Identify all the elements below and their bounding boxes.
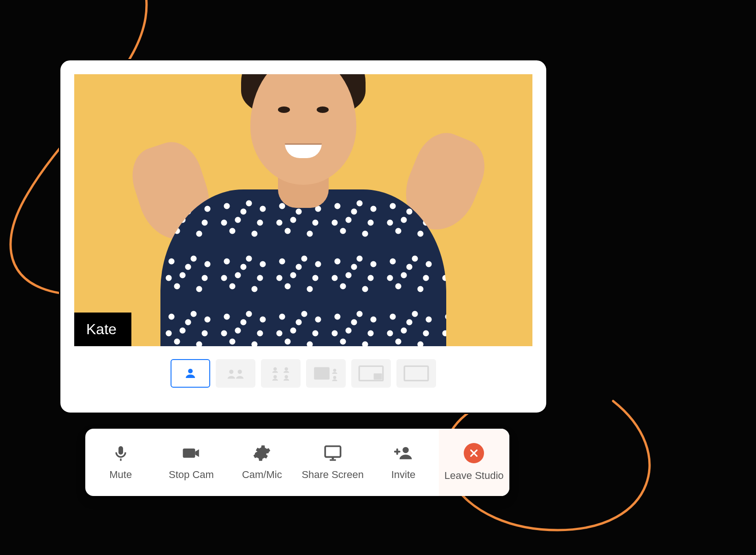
svg-rect-7 bbox=[314, 367, 330, 380]
leave-label: Leave Studio bbox=[444, 470, 503, 482]
svg-rect-15 bbox=[330, 459, 336, 461]
camera-icon bbox=[182, 444, 201, 462]
svg-point-2 bbox=[238, 370, 242, 374]
monitor-icon bbox=[324, 444, 342, 462]
share-screen-label: Share Screen bbox=[301, 469, 364, 481]
layout-fullscreen[interactable] bbox=[396, 359, 436, 388]
pip-layout-icon bbox=[358, 365, 384, 382]
layout-pip[interactable] bbox=[351, 359, 391, 388]
close-icon bbox=[464, 443, 484, 463]
leave-studio-button[interactable]: Leave Studio bbox=[439, 429, 509, 496]
svg-rect-12 bbox=[404, 366, 428, 380]
layout-grid[interactable] bbox=[261, 359, 301, 388]
participant-name-tag: Kate bbox=[74, 313, 131, 346]
mute-button[interactable]: Mute bbox=[85, 429, 156, 496]
microphone-icon bbox=[112, 444, 130, 462]
speaker-layout-icon bbox=[313, 365, 339, 382]
add-person-icon bbox=[394, 444, 413, 462]
svg-point-5 bbox=[273, 375, 277, 378]
two-people-icon bbox=[225, 367, 246, 380]
svg-point-3 bbox=[273, 367, 277, 371]
svg-rect-13 bbox=[325, 446, 340, 457]
svg-rect-11 bbox=[374, 373, 382, 379]
invite-button[interactable]: Invite bbox=[368, 429, 438, 496]
fullscreen-layout-icon bbox=[403, 365, 429, 382]
svg-point-4 bbox=[285, 367, 288, 371]
person-icon bbox=[183, 366, 197, 380]
layout-speaker-thumb[interactable] bbox=[306, 359, 346, 388]
participant-name: Kate bbox=[86, 321, 117, 337]
stop-cam-button[interactable]: Stop Cam bbox=[156, 429, 226, 496]
invite-label: Invite bbox=[391, 469, 416, 481]
layout-single[interactable] bbox=[171, 359, 210, 388]
cam-mic-label: Cam/Mic bbox=[242, 469, 282, 481]
video-stage: Kate bbox=[74, 74, 532, 346]
layout-two-up[interactable] bbox=[216, 359, 255, 388]
svg-rect-14 bbox=[331, 457, 334, 459]
svg-point-8 bbox=[333, 369, 337, 372]
control-toolbar: Mute Stop Cam Cam/Mic Share Screen Invit… bbox=[85, 429, 509, 496]
layout-picker bbox=[74, 359, 532, 388]
cam-mic-settings-button[interactable]: Cam/Mic bbox=[227, 429, 297, 496]
svg-point-0 bbox=[188, 369, 193, 373]
svg-point-9 bbox=[333, 376, 337, 379]
presenter-video bbox=[124, 74, 483, 346]
stop-cam-label: Stop Cam bbox=[169, 469, 214, 481]
gear-icon bbox=[253, 444, 271, 462]
grid-people-icon bbox=[269, 366, 292, 381]
svg-point-6 bbox=[285, 375, 288, 378]
mute-label: Mute bbox=[109, 469, 132, 481]
svg-point-16 bbox=[402, 447, 408, 453]
share-screen-button[interactable]: Share Screen bbox=[297, 429, 368, 496]
svg-point-1 bbox=[229, 370, 233, 374]
studio-window: Kate bbox=[59, 59, 548, 414]
